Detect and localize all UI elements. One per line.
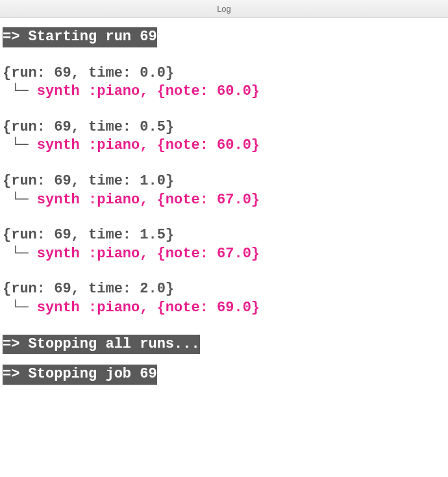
event-header: {run: 69, time: 0.0}	[3, 64, 448, 83]
synth-call: synth :piano, {note: 67.0}	[37, 246, 260, 262]
event-header: {run: 69, time: 2.0}	[3, 280, 448, 299]
synth-call: synth :piano, {note: 60.0}	[37, 137, 260, 153]
log-banner-stop-all: => Stopping all runs...	[3, 335, 448, 355]
event-header: {run: 69, time: 0.5}	[3, 118, 448, 137]
log-event: {run: 69, time: 0.0} └─ synth :piano, {n…	[3, 64, 448, 101]
window-title: Log	[217, 4, 231, 14]
tree-branch-icon: └─	[3, 83, 37, 99]
window-titlebar: Log	[0, 0, 448, 18]
banner-text: => Starting run 69	[3, 27, 157, 47]
log-banner-start: => Starting run 69	[3, 27, 448, 47]
event-detail: └─ synth :piano, {note: 67.0}	[3, 245, 448, 264]
event-detail: └─ synth :piano, {note: 69.0}	[3, 299, 448, 318]
banner-text: => Stopping all runs...	[3, 335, 200, 355]
event-header: {run: 69, time: 1.5}	[3, 226, 448, 245]
log-event: {run: 69, time: 1.0} └─ synth :piano, {n…	[3, 172, 448, 209]
banner-text: => Stopping job 69	[3, 365, 157, 385]
tree-branch-icon: └─	[3, 300, 37, 316]
log-event: {run: 69, time: 0.5} └─ synth :piano, {n…	[3, 118, 448, 155]
synth-call: synth :piano, {note: 67.0}	[37, 192, 260, 208]
event-detail: └─ synth :piano, {note: 60.0}	[3, 136, 448, 155]
log-banner-stop-job: => Stopping job 69	[3, 365, 448, 385]
log-body: => Starting run 69 {run: 69, time: 0.0} …	[0, 27, 448, 385]
synth-call: synth :piano, {note: 69.0}	[37, 300, 260, 316]
event-header: {run: 69, time: 1.0}	[3, 172, 448, 191]
log-event: {run: 69, time: 2.0} └─ synth :piano, {n…	[3, 280, 448, 317]
event-detail: └─ synth :piano, {note: 67.0}	[3, 191, 448, 210]
tree-branch-icon: └─	[3, 192, 37, 208]
tree-branch-icon: └─	[3, 137, 37, 153]
log-event: {run: 69, time: 1.5} └─ synth :piano, {n…	[3, 226, 448, 263]
tree-branch-icon: └─	[3, 246, 37, 262]
synth-call: synth :piano, {note: 60.0}	[37, 83, 260, 99]
event-detail: └─ synth :piano, {note: 60.0}	[3, 83, 448, 101]
